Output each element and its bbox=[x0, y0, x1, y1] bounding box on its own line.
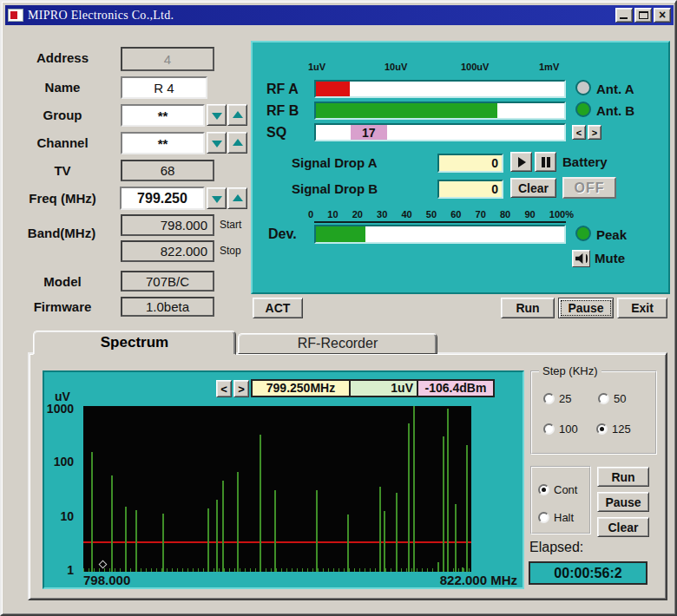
group-field[interactable]: ** bbox=[121, 104, 205, 127]
dev-tick-70: 70 bbox=[476, 209, 486, 220]
tv-field: 68 bbox=[121, 160, 214, 181]
scale-10uv: 10uV bbox=[385, 62, 407, 72]
address-field: 4 bbox=[121, 47, 214, 71]
spectrum-clear-button[interactable]: Clear bbox=[597, 517, 649, 537]
act-button[interactable]: ACT bbox=[253, 298, 303, 318]
radio-icon bbox=[596, 423, 608, 435]
freq-up-button[interactable] bbox=[227, 187, 247, 209]
app-icon bbox=[8, 9, 23, 22]
step-100-label: 100 bbox=[559, 423, 578, 436]
clear-drops-button[interactable]: Clear bbox=[510, 178, 556, 198]
right-arrow-icon: > bbox=[592, 128, 597, 138]
model-label: Model bbox=[10, 274, 115, 289]
maximize-button[interactable] bbox=[634, 8, 652, 23]
dev-tick-90: 90 bbox=[524, 209, 535, 220]
maximize-icon bbox=[639, 11, 648, 19]
spectrum-spike bbox=[408, 423, 410, 572]
step-100-radio[interactable]: 100 bbox=[543, 423, 578, 436]
chevron-up-icon bbox=[233, 139, 243, 146]
spectrum-spike bbox=[162, 514, 164, 573]
spectrum-spike bbox=[207, 508, 209, 572]
spectrum-right-button[interactable]: > bbox=[233, 380, 249, 397]
readout-dbm: -106.4dBm bbox=[418, 379, 495, 397]
chevron-up-icon bbox=[233, 194, 243, 201]
dev-tick-50: 50 bbox=[426, 209, 437, 220]
dev-tick-10: 10 bbox=[327, 209, 338, 220]
exit-button[interactable]: Exit bbox=[617, 298, 667, 318]
sq-right-button[interactable]: > bbox=[588, 125, 601, 140]
step-50-radio[interactable]: 50 bbox=[598, 392, 626, 405]
rf-a-meter bbox=[314, 80, 566, 98]
rf-a-label: RF A bbox=[266, 82, 299, 97]
dev-meter bbox=[314, 225, 566, 244]
titlebar[interactable]: MIPRO Electronics Co.,Ltd. × bbox=[5, 5, 674, 25]
minimize-button[interactable] bbox=[615, 8, 633, 23]
step-groupbox-title: Step (KHz) bbox=[539, 364, 601, 377]
spectrum-spike bbox=[396, 493, 398, 572]
play-button[interactable] bbox=[510, 152, 532, 172]
signal-drop-a-label: Signal Drop A bbox=[292, 155, 378, 170]
tab-spectrum[interactable]: Spectrum bbox=[33, 331, 236, 355]
radio-icon bbox=[543, 393, 555, 404]
channel-label: Channel bbox=[10, 135, 115, 150]
run-button[interactable]: Run bbox=[501, 298, 555, 318]
step-25-radio[interactable]: 25 bbox=[543, 392, 571, 405]
cursor-marker[interactable] bbox=[99, 560, 108, 569]
right-arrow-icon: > bbox=[238, 383, 245, 396]
spectrum-pause-button[interactable]: Pause bbox=[597, 492, 649, 512]
name-field[interactable]: R 4 bbox=[121, 76, 207, 99]
close-button[interactable]: × bbox=[654, 8, 671, 23]
mute-label: Mute bbox=[595, 251, 625, 265]
channel-down-button[interactable] bbox=[207, 132, 227, 154]
spectrum-spike bbox=[384, 511, 385, 572]
readout-frequency: 799.250MHz bbox=[251, 379, 351, 397]
channel-field[interactable]: ** bbox=[121, 132, 205, 154]
rf-b-fill bbox=[316, 103, 497, 118]
spectrum-plot[interactable] bbox=[83, 406, 471, 572]
spectrum-left-button[interactable]: < bbox=[216, 380, 232, 397]
chevron-down-icon bbox=[212, 141, 222, 147]
readout-level: 1uV bbox=[351, 379, 418, 397]
freq-field[interactable]: 799.250 bbox=[120, 187, 205, 210]
sq-left-button[interactable]: < bbox=[572, 125, 586, 140]
halt-radio[interactable]: Halt bbox=[538, 511, 574, 524]
elapsed-value: 00:00:56:2 bbox=[554, 566, 621, 580]
group-label: Group bbox=[10, 108, 115, 122]
pause-button[interactable]: Pause bbox=[558, 298, 614, 318]
sq-block: 17 bbox=[351, 125, 386, 140]
spectrum-spike bbox=[413, 406, 415, 572]
left-arrow-icon: < bbox=[576, 128, 582, 138]
minimize-icon bbox=[620, 17, 628, 19]
peak-indicator bbox=[575, 226, 591, 241]
spectrum-spike bbox=[237, 472, 239, 572]
mute-button[interactable] bbox=[572, 250, 590, 267]
scale-100uv: 100uV bbox=[461, 62, 489, 72]
cont-radio[interactable]: Cont bbox=[538, 483, 577, 496]
signal-drop-a-value: 0 bbox=[491, 156, 498, 170]
address-value: 4 bbox=[164, 52, 171, 67]
step-125-radio[interactable]: 125 bbox=[596, 423, 631, 436]
rf-b-meter bbox=[314, 102, 566, 120]
step-125-label: 125 bbox=[612, 423, 631, 436]
spectrum-run-button[interactable]: Run bbox=[597, 467, 649, 487]
channel-up-button[interactable] bbox=[227, 132, 247, 154]
close-icon: × bbox=[654, 9, 670, 22]
group-up-button[interactable] bbox=[227, 104, 247, 126]
freq-down-button[interactable] bbox=[207, 187, 227, 209]
tab-rf-recorder[interactable]: RF-Recorder bbox=[238, 333, 437, 354]
group-down-button[interactable] bbox=[207, 104, 227, 126]
spectrum-spike bbox=[222, 481, 224, 572]
ant-b-label: Ant. B bbox=[596, 103, 634, 118]
elapsed-label: Elapsed: bbox=[529, 540, 583, 555]
band-stop-caption: Stop bbox=[220, 245, 241, 257]
freq-value: 799.250 bbox=[137, 191, 187, 206]
spectrum-spike bbox=[347, 514, 349, 572]
name-label: Name bbox=[10, 80, 115, 95]
ant-b-indicator bbox=[575, 102, 591, 117]
spectrum-spike bbox=[466, 445, 468, 573]
pause-media-button[interactable] bbox=[535, 152, 556, 172]
ytick-1: 1 bbox=[39, 563, 74, 577]
band-start-caption: Start bbox=[220, 219, 241, 231]
sq-value: 17 bbox=[362, 126, 376, 140]
play-icon bbox=[518, 157, 526, 167]
